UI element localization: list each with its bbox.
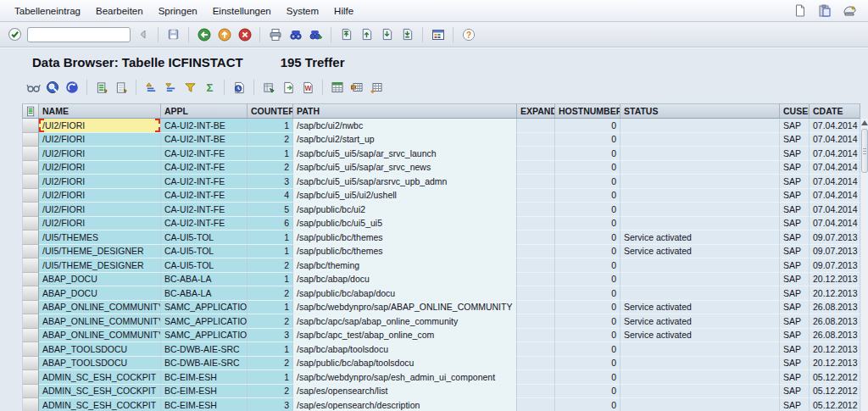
cell-expand[interactable] <box>517 189 555 203</box>
details-glasses-icon[interactable] <box>25 80 41 95</box>
column-header-status[interactable]: STATUS <box>620 103 780 119</box>
row-select-button[interactable] <box>22 245 39 259</box>
cell-cuser[interactable]: SAP <box>780 342 810 357</box>
cell-cuser[interactable]: SAP <box>780 286 810 301</box>
cell-path[interactable]: /sap/public/bc/themes <box>293 230 517 245</box>
cell-counter[interactable]: 2 <box>248 385 293 399</box>
cell-hostnumber[interactable]: 0 <box>555 119 620 133</box>
cell-expand[interactable] <box>517 385 555 399</box>
cell-name[interactable]: ADMIN_SC_ESH_COCKPIT <box>39 370 161 385</box>
cell-cdate[interactable]: 20.12.2013 <box>810 273 860 287</box>
cell-status[interactable]: Service activated <box>620 329 780 343</box>
cell-counter[interactable]: 2 <box>248 258 293 273</box>
cell-cdate[interactable]: 09.07.2013 <box>810 230 860 245</box>
cell-cdate[interactable]: 26.08.2013 <box>810 314 860 329</box>
exit-icon[interactable] <box>216 26 232 42</box>
cell-cuser[interactable]: SAP <box>780 385 810 399</box>
cell-appl[interactable]: CA-UI2-INT-BE <box>161 119 248 133</box>
back-icon[interactable] <box>196 26 212 42</box>
menu-system[interactable]: System <box>279 3 326 19</box>
menu-einstellungen[interactable]: Einstellungen <box>205 3 279 19</box>
cell-cdate[interactable]: 07.04.2014 <box>810 133 860 147</box>
cell-cuser[interactable]: SAP <box>780 119 810 133</box>
cell-counter[interactable]: 2 <box>248 314 293 329</box>
column-header-appl[interactable]: APPL <box>161 103 248 119</box>
cell-path[interactable]: /sap/bc/apc_test/abap_online_com <box>293 329 517 343</box>
cell-status[interactable]: Service activated <box>620 301 780 315</box>
cell-status[interactable] <box>620 175 780 189</box>
cell-status[interactable] <box>620 385 780 399</box>
cell-hostnumber[interactable]: 0 <box>555 161 620 175</box>
cell-counter[interactable]: 2 <box>248 357 293 371</box>
row-select-button[interactable] <box>22 286 39 301</box>
cell-hostnumber[interactable]: 0 <box>555 217 620 231</box>
cell-counter[interactable]: 3 <box>248 175 293 189</box>
cell-expand[interactable] <box>517 230 555 245</box>
cell-cuser[interactable]: SAP <box>780 133 810 147</box>
cell-cdate[interactable]: 20.12.2013 <box>810 357 860 371</box>
cell-name[interactable]: /UI2/FIORI <box>39 189 161 203</box>
column-header-name[interactable]: NAME <box>39 103 161 119</box>
cell-appl[interactable]: CA-UI2-INT-FE <box>161 217 248 231</box>
cell-counter[interactable]: 1 <box>248 119 293 133</box>
cell-hostnumber[interactable]: 0 <box>555 175 620 189</box>
cell-cdate[interactable]: 07.04.2014 <box>810 203 860 217</box>
cell-cuser[interactable]: SAP <box>780 357 810 371</box>
print-icon[interactable] <box>267 26 283 42</box>
menu-springen[interactable]: Springen <box>151 3 205 19</box>
cell-expand[interactable] <box>517 258 555 273</box>
row-select-button[interactable] <box>22 398 39 411</box>
row-select-button[interactable] <box>22 133 39 147</box>
cell-counter[interactable]: 2 <box>248 286 293 301</box>
cell-status[interactable] <box>620 258 780 273</box>
cell-name[interactable]: /UI2/FIORI <box>39 203 161 217</box>
word-processing-icon[interactable]: W <box>300 80 315 95</box>
cell-cuser[interactable]: SAP <box>780 245 810 259</box>
cell-hostnumber[interactable]: 0 <box>555 230 620 245</box>
column-header-hostnumber[interactable]: HOSTNUMBER <box>555 103 620 119</box>
cell-hostnumber[interactable]: 0 <box>555 370 620 385</box>
cell-cuser[interactable]: SAP <box>780 217 810 231</box>
cell-counter[interactable]: 1 <box>248 147 293 161</box>
cell-appl[interactable]: SAMC_APPLICATION <box>161 314 248 329</box>
cell-cuser[interactable]: SAP <box>780 370 810 385</box>
cell-cdate[interactable]: 05.12.2012 <box>810 385 860 399</box>
cell-appl[interactable]: CA-UI2-INT-FE <box>161 175 248 189</box>
cell-appl[interactable]: CA-UI2-INT-FE <box>161 147 248 161</box>
scroll-up-icon[interactable] <box>861 120 868 125</box>
row-select-button[interactable] <box>22 342 39 357</box>
cell-hostnumber[interactable]: 0 <box>555 147 620 161</box>
cell-expand[interactable] <box>517 203 555 217</box>
cell-appl[interactable]: CA-UI2-INT-FE <box>161 203 248 217</box>
cell-path[interactable]: /sap/public/bc/abap/docu <box>293 286 517 301</box>
cell-expand[interactable] <box>517 175 555 189</box>
cell-status[interactable] <box>620 286 780 301</box>
cell-path[interactable]: /sap/bc/abap/toolsdocu <box>293 342 517 357</box>
cell-cuser[interactable]: SAP <box>780 161 810 175</box>
column-header-expand[interactable]: EXPAND <box>517 103 555 119</box>
cell-status[interactable] <box>620 370 780 385</box>
cell-cdate[interactable]: 07.04.2014 <box>810 147 860 161</box>
cell-expand[interactable] <box>517 273 555 287</box>
append-column-icon[interactable] <box>369 80 384 95</box>
help-icon[interactable]: ? <box>460 26 476 42</box>
cell-counter[interactable]: 6 <box>248 217 293 231</box>
cell-expand[interactable] <box>517 217 555 231</box>
cell-hostnumber[interactable]: 0 <box>555 329 620 343</box>
cell-status[interactable]: Service activated <box>620 245 780 259</box>
cell-name[interactable]: ADMIN_SC_ESH_COCKPIT <box>39 398 161 411</box>
cell-hostnumber[interactable]: 0 <box>555 133 620 147</box>
row-select-button[interactable] <box>22 189 39 203</box>
fix-columns-icon[interactable] <box>349 80 364 95</box>
cell-name[interactable]: ABAP_TOOLSDOCU <box>39 357 161 371</box>
cell-counter[interactable]: 5 <box>248 203 293 217</box>
cell-name[interactable]: /UI2/FIORI <box>39 147 161 161</box>
cell-appl[interactable]: BC-ABA-LA <box>161 273 248 287</box>
save-icon[interactable] <box>165 26 181 42</box>
filter-icon[interactable] <box>182 80 198 95</box>
row-select-button[interactable] <box>22 301 39 315</box>
select-all-icon[interactable] <box>94 80 109 95</box>
select-all-corner-button[interactable] <box>22 103 39 119</box>
first-page-icon[interactable] <box>338 26 354 42</box>
row-select-button[interactable] <box>22 329 39 343</box>
